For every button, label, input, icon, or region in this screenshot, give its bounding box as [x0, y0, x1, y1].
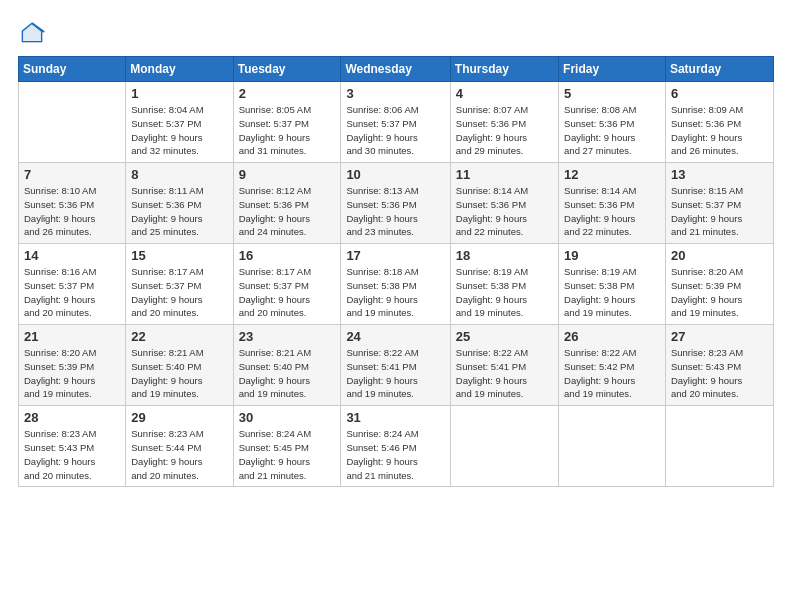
day-info: Sunrise: 8:23 AM Sunset: 5:43 PM Dayligh… — [671, 346, 768, 401]
day-info: Sunrise: 8:16 AM Sunset: 5:37 PM Dayligh… — [24, 265, 120, 320]
day-number: 26 — [564, 329, 660, 344]
logo — [18, 18, 50, 46]
day-info: Sunrise: 8:10 AM Sunset: 5:36 PM Dayligh… — [24, 184, 120, 239]
week-row-1: 1Sunrise: 8:04 AM Sunset: 5:37 PM Daylig… — [19, 82, 774, 163]
calendar-cell: 5Sunrise: 8:08 AM Sunset: 5:36 PM Daylig… — [559, 82, 666, 163]
day-info: Sunrise: 8:05 AM Sunset: 5:37 PM Dayligh… — [239, 103, 336, 158]
week-row-2: 7Sunrise: 8:10 AM Sunset: 5:36 PM Daylig… — [19, 163, 774, 244]
day-info: Sunrise: 8:11 AM Sunset: 5:36 PM Dayligh… — [131, 184, 227, 239]
day-info: Sunrise: 8:23 AM Sunset: 5:44 PM Dayligh… — [131, 427, 227, 482]
day-number: 29 — [131, 410, 227, 425]
calendar-cell: 24Sunrise: 8:22 AM Sunset: 5:41 PM Dayli… — [341, 325, 450, 406]
calendar-cell — [559, 406, 666, 487]
calendar-cell: 21Sunrise: 8:20 AM Sunset: 5:39 PM Dayli… — [19, 325, 126, 406]
day-info: Sunrise: 8:22 AM Sunset: 5:42 PM Dayligh… — [564, 346, 660, 401]
day-info: Sunrise: 8:13 AM Sunset: 5:36 PM Dayligh… — [346, 184, 444, 239]
day-info: Sunrise: 8:20 AM Sunset: 5:39 PM Dayligh… — [671, 265, 768, 320]
day-number: 9 — [239, 167, 336, 182]
day-info: Sunrise: 8:09 AM Sunset: 5:36 PM Dayligh… — [671, 103, 768, 158]
calendar-cell: 12Sunrise: 8:14 AM Sunset: 5:36 PM Dayli… — [559, 163, 666, 244]
week-row-3: 14Sunrise: 8:16 AM Sunset: 5:37 PM Dayli… — [19, 244, 774, 325]
calendar-cell: 4Sunrise: 8:07 AM Sunset: 5:36 PM Daylig… — [450, 82, 558, 163]
day-info: Sunrise: 8:17 AM Sunset: 5:37 PM Dayligh… — [239, 265, 336, 320]
calendar-cell: 18Sunrise: 8:19 AM Sunset: 5:38 PM Dayli… — [450, 244, 558, 325]
day-number: 10 — [346, 167, 444, 182]
calendar-cell: 7Sunrise: 8:10 AM Sunset: 5:36 PM Daylig… — [19, 163, 126, 244]
day-number: 25 — [456, 329, 553, 344]
day-info: Sunrise: 8:04 AM Sunset: 5:37 PM Dayligh… — [131, 103, 227, 158]
day-number: 7 — [24, 167, 120, 182]
day-info: Sunrise: 8:21 AM Sunset: 5:40 PM Dayligh… — [239, 346, 336, 401]
calendar-cell: 3Sunrise: 8:06 AM Sunset: 5:37 PM Daylig… — [341, 82, 450, 163]
calendar-table: SundayMondayTuesdayWednesdayThursdayFrid… — [18, 56, 774, 487]
calendar-cell: 27Sunrise: 8:23 AM Sunset: 5:43 PM Dayli… — [665, 325, 773, 406]
calendar-cell: 29Sunrise: 8:23 AM Sunset: 5:44 PM Dayli… — [126, 406, 233, 487]
day-info: Sunrise: 8:19 AM Sunset: 5:38 PM Dayligh… — [564, 265, 660, 320]
day-number: 3 — [346, 86, 444, 101]
calendar-cell: 15Sunrise: 8:17 AM Sunset: 5:37 PM Dayli… — [126, 244, 233, 325]
day-info: Sunrise: 8:24 AM Sunset: 5:45 PM Dayligh… — [239, 427, 336, 482]
day-info: Sunrise: 8:19 AM Sunset: 5:38 PM Dayligh… — [456, 265, 553, 320]
day-number: 19 — [564, 248, 660, 263]
weekday-header-tuesday: Tuesday — [233, 57, 341, 82]
calendar-cell: 28Sunrise: 8:23 AM Sunset: 5:43 PM Dayli… — [19, 406, 126, 487]
weekday-header-wednesday: Wednesday — [341, 57, 450, 82]
day-number: 20 — [671, 248, 768, 263]
calendar-cell: 13Sunrise: 8:15 AM Sunset: 5:37 PM Dayli… — [665, 163, 773, 244]
day-number: 13 — [671, 167, 768, 182]
day-info: Sunrise: 8:24 AM Sunset: 5:46 PM Dayligh… — [346, 427, 444, 482]
day-info: Sunrise: 8:07 AM Sunset: 5:36 PM Dayligh… — [456, 103, 553, 158]
weekday-header-friday: Friday — [559, 57, 666, 82]
weekday-header-saturday: Saturday — [665, 57, 773, 82]
day-number: 31 — [346, 410, 444, 425]
header — [18, 18, 774, 46]
day-info: Sunrise: 8:21 AM Sunset: 5:40 PM Dayligh… — [131, 346, 227, 401]
day-number: 17 — [346, 248, 444, 263]
calendar-cell: 6Sunrise: 8:09 AM Sunset: 5:36 PM Daylig… — [665, 82, 773, 163]
calendar-cell: 17Sunrise: 8:18 AM Sunset: 5:38 PM Dayli… — [341, 244, 450, 325]
day-number: 27 — [671, 329, 768, 344]
calendar-cell: 19Sunrise: 8:19 AM Sunset: 5:38 PM Dayli… — [559, 244, 666, 325]
day-number: 6 — [671, 86, 768, 101]
day-info: Sunrise: 8:12 AM Sunset: 5:36 PM Dayligh… — [239, 184, 336, 239]
calendar-cell: 9Sunrise: 8:12 AM Sunset: 5:36 PM Daylig… — [233, 163, 341, 244]
day-number: 28 — [24, 410, 120, 425]
page: SundayMondayTuesdayWednesdayThursdayFrid… — [0, 0, 792, 612]
calendar-cell: 26Sunrise: 8:22 AM Sunset: 5:42 PM Dayli… — [559, 325, 666, 406]
calendar-cell: 8Sunrise: 8:11 AM Sunset: 5:36 PM Daylig… — [126, 163, 233, 244]
day-info: Sunrise: 8:17 AM Sunset: 5:37 PM Dayligh… — [131, 265, 227, 320]
day-number: 15 — [131, 248, 227, 263]
day-info: Sunrise: 8:14 AM Sunset: 5:36 PM Dayligh… — [456, 184, 553, 239]
day-number: 30 — [239, 410, 336, 425]
day-number: 18 — [456, 248, 553, 263]
day-number: 23 — [239, 329, 336, 344]
calendar-cell — [19, 82, 126, 163]
logo-icon — [18, 18, 46, 46]
day-number: 5 — [564, 86, 660, 101]
weekday-header-thursday: Thursday — [450, 57, 558, 82]
day-number: 1 — [131, 86, 227, 101]
calendar-cell — [665, 406, 773, 487]
week-row-5: 28Sunrise: 8:23 AM Sunset: 5:43 PM Dayli… — [19, 406, 774, 487]
calendar-cell: 14Sunrise: 8:16 AM Sunset: 5:37 PM Dayli… — [19, 244, 126, 325]
calendar-cell: 30Sunrise: 8:24 AM Sunset: 5:45 PM Dayli… — [233, 406, 341, 487]
day-info: Sunrise: 8:08 AM Sunset: 5:36 PM Dayligh… — [564, 103, 660, 158]
day-info: Sunrise: 8:20 AM Sunset: 5:39 PM Dayligh… — [24, 346, 120, 401]
calendar-cell: 22Sunrise: 8:21 AM Sunset: 5:40 PM Dayli… — [126, 325, 233, 406]
day-number: 4 — [456, 86, 553, 101]
calendar-cell: 1Sunrise: 8:04 AM Sunset: 5:37 PM Daylig… — [126, 82, 233, 163]
calendar-cell: 16Sunrise: 8:17 AM Sunset: 5:37 PM Dayli… — [233, 244, 341, 325]
day-info: Sunrise: 8:22 AM Sunset: 5:41 PM Dayligh… — [456, 346, 553, 401]
day-info: Sunrise: 8:06 AM Sunset: 5:37 PM Dayligh… — [346, 103, 444, 158]
day-number: 14 — [24, 248, 120, 263]
calendar-cell: 11Sunrise: 8:14 AM Sunset: 5:36 PM Dayli… — [450, 163, 558, 244]
day-number: 2 — [239, 86, 336, 101]
calendar-cell: 2Sunrise: 8:05 AM Sunset: 5:37 PM Daylig… — [233, 82, 341, 163]
day-number: 8 — [131, 167, 227, 182]
calendar-cell: 10Sunrise: 8:13 AM Sunset: 5:36 PM Dayli… — [341, 163, 450, 244]
calendar-cell: 25Sunrise: 8:22 AM Sunset: 5:41 PM Dayli… — [450, 325, 558, 406]
day-info: Sunrise: 8:23 AM Sunset: 5:43 PM Dayligh… — [24, 427, 120, 482]
svg-marker-0 — [22, 22, 43, 43]
day-number: 12 — [564, 167, 660, 182]
week-row-4: 21Sunrise: 8:20 AM Sunset: 5:39 PM Dayli… — [19, 325, 774, 406]
